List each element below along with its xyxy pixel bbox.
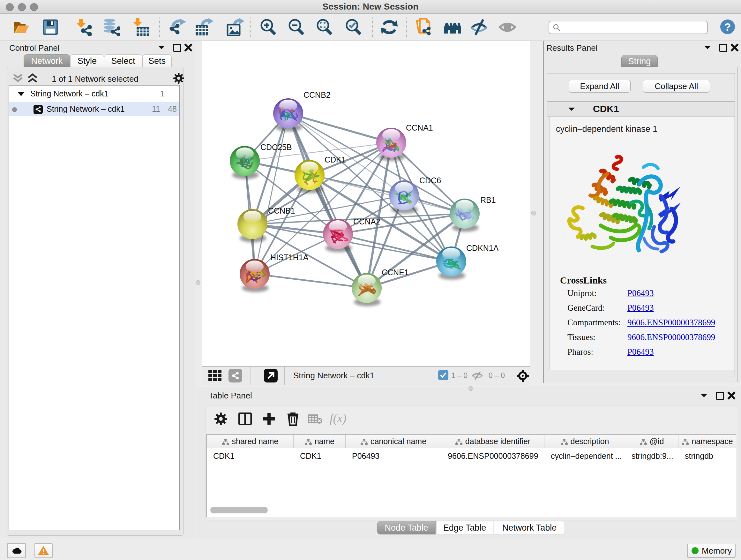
svg-text:CCNB1: CCNB1: [268, 206, 295, 215]
svg-text:CCNA1: CCNA1: [406, 123, 433, 132]
svg-text:CDK1: CDK1: [325, 155, 346, 164]
svg-text:HIST1H1A: HIST1H1A: [270, 253, 309, 262]
svg-text:RB1: RB1: [480, 195, 496, 204]
svg-text:CCNE1: CCNE1: [382, 268, 409, 277]
svg-text:CCNA2: CCNA2: [353, 217, 381, 226]
svg-text:CDC25B: CDC25B: [260, 143, 292, 152]
svg-text:CDKN1A: CDKN1A: [466, 244, 499, 253]
svg-text:CCNB2: CCNB2: [304, 90, 331, 99]
svg-text:CDC6: CDC6: [419, 176, 441, 185]
